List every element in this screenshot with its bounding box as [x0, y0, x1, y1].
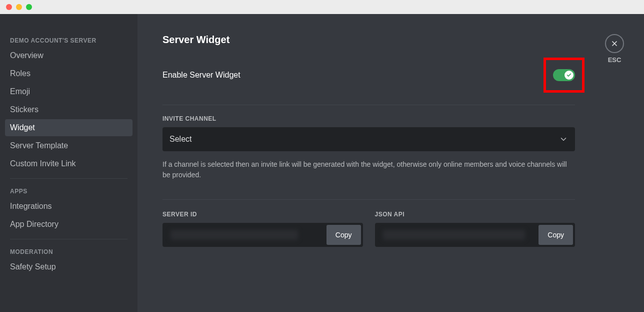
sidebar-item-label: Emoji: [10, 87, 30, 96]
sidebar-section-server: DEMO ACCOUNT'S SERVER: [5, 34, 132, 47]
close-icon: [610, 40, 618, 48]
server-id-label: SERVER ID: [162, 211, 363, 218]
sidebar-item-label: Server Template: [10, 141, 68, 150]
sidebar-section-moderation: MODERATION: [5, 245, 132, 258]
redacted-value: [383, 230, 526, 240]
chevron-down-icon: [559, 135, 568, 144]
window-titlebar: [0, 0, 644, 14]
close-button[interactable]: [605, 34, 624, 53]
enable-widget-toggle[interactable]: [553, 69, 575, 81]
esc-label: ESC: [608, 56, 622, 64]
json-api-field: Copy: [375, 223, 576, 247]
sidebar-item-safety-setup[interactable]: Safety Setup: [5, 258, 132, 275]
json-api-value[interactable]: [377, 225, 539, 245]
invite-channel-select[interactable]: Select: [162, 127, 575, 151]
sidebar-divider: [10, 178, 128, 179]
sidebar-item-roles[interactable]: Roles: [5, 65, 132, 82]
enable-widget-row: Enable Server Widget: [162, 58, 575, 105]
sidebar-item-stickers[interactable]: Stickers: [5, 101, 132, 118]
sidebar-item-server-template[interactable]: Server Template: [5, 137, 132, 154]
sidebar-item-custom-invite-link[interactable]: Custom Invite Link: [5, 155, 132, 172]
sidebar-divider: [10, 239, 128, 239]
sidebar-item-widget[interactable]: Widget: [5, 119, 132, 136]
sidebar-section-apps: APPS: [5, 185, 132, 198]
json-api-copy-button[interactable]: Copy: [538, 225, 573, 245]
close-area: ESC: [605, 34, 624, 64]
sidebar-item-emoji[interactable]: Emoji: [5, 83, 132, 100]
window-minimize-button[interactable]: [16, 4, 22, 10]
invite-channel-help: If a channel is selected then an invite …: [162, 159, 575, 180]
invite-channel-label: INVITE CHANNEL: [162, 115, 575, 122]
sidebar-item-integrations[interactable]: Integrations: [5, 198, 132, 215]
sidebar-item-app-directory[interactable]: App Directory: [5, 216, 132, 233]
sidebar-item-label: Integrations: [10, 202, 52, 210]
select-value: Select: [170, 135, 192, 144]
server-id-value[interactable]: [164, 225, 326, 245]
main-content: Server Widget Enable Server Widget INVIT…: [138, 14, 644, 312]
settings-sidebar: DEMO ACCOUNT'S SERVER Overview Roles Emo…: [0, 14, 138, 312]
enable-widget-label: Enable Server Widget: [162, 71, 240, 80]
sidebar-item-label: Safety Setup: [10, 262, 56, 271]
highlight-box: [544, 58, 584, 93]
sidebar-item-label: Roles: [10, 69, 30, 78]
sidebar-item-label: Custom Invite Link: [10, 159, 76, 168]
sidebar-item-label: Stickers: [10, 105, 38, 114]
server-id-field: Copy: [162, 223, 363, 247]
window-maximize-button[interactable]: [26, 4, 32, 10]
json-api-label: JSON API: [375, 211, 576, 218]
window-close-button[interactable]: [6, 4, 12, 10]
sidebar-item-label: App Directory: [10, 220, 58, 228]
section-divider: [162, 199, 575, 200]
sidebar-item-label: Widget: [10, 123, 35, 132]
server-id-copy-button[interactable]: Copy: [326, 225, 361, 245]
sidebar-item-overview[interactable]: Overview: [5, 47, 132, 64]
redacted-value: [170, 230, 298, 240]
check-icon: [566, 73, 572, 78]
toggle-knob: [564, 71, 574, 80]
sidebar-item-label: Overview: [10, 51, 44, 60]
page-title: Server Widget: [162, 34, 575, 46]
